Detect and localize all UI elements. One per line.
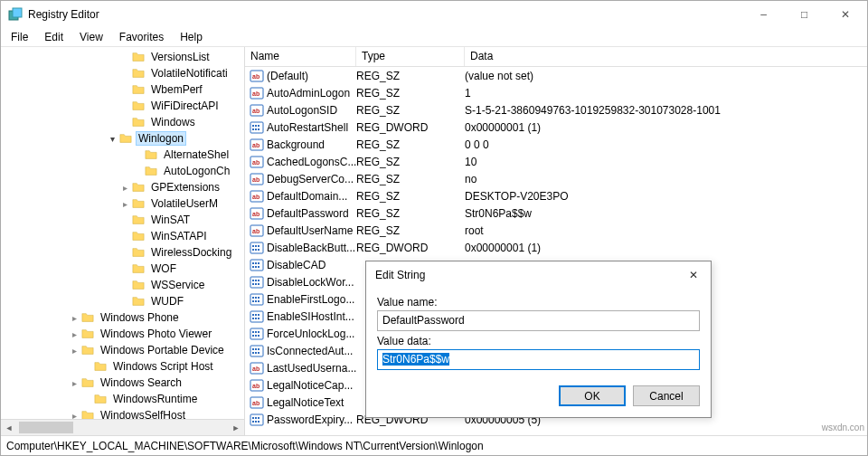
value-type: REG_SZ [356, 173, 465, 185]
twisty-icon[interactable]: ▾ [106, 134, 118, 144]
tree-item[interactable]: VolatileNotificati [1, 65, 244, 81]
twisty-icon[interactable]: ▸ [68, 329, 80, 339]
folder-icon [131, 262, 146, 275]
tree-item[interactable]: AutoLogonCh [1, 163, 244, 179]
cancel-button[interactable]: Cancel [633, 385, 700, 406]
minimize-button[interactable]: – [743, 2, 784, 28]
value-row[interactable]: AutoLogonSIDREG_SZS-1-5-21-3860949763-10… [245, 101, 867, 119]
column-data[interactable]: Data [465, 47, 867, 66]
menubar: File Edit View Favorites Help [1, 28, 867, 47]
column-type[interactable]: Type [356, 47, 465, 66]
folder-icon [80, 409, 95, 419]
dword-value-icon [249, 292, 265, 307]
tree-item[interactable]: ▸VolatileUserM [1, 195, 244, 212]
value-name: DefaultDomain... [267, 190, 356, 203]
tree-item[interactable]: WbemPerf [1, 81, 244, 98]
value-row[interactable]: CachedLogonsC...REG_SZ10 [245, 153, 867, 170]
dialog-close-button[interactable]: ✕ [680, 262, 707, 288]
twisty-icon[interactable]: ▸ [118, 183, 131, 193]
tree-item-label: Windows Portable Device [98, 343, 227, 357]
value-name: DisableLockWor... [267, 276, 356, 289]
folder-icon [131, 67, 146, 80]
tree-item[interactable]: ▸Windows Search [1, 375, 244, 391]
folder-icon [131, 214, 146, 226]
tree-item[interactable]: ▸WindowsSelfHost [1, 407, 244, 419]
twisty-icon[interactable]: ▸ [68, 346, 80, 356]
close-button[interactable]: ✕ [825, 2, 865, 28]
value-row[interactable]: (Default)REG_SZ(value not set) [245, 67, 867, 84]
value-row[interactable]: DebugServerCo...REG_SZno [245, 170, 867, 187]
value-name: LegalNoticeText [267, 396, 356, 409]
column-name[interactable]: Name [245, 47, 356, 66]
value-row[interactable]: BackgroundREG_SZ0 0 0 [245, 136, 867, 153]
menu-view[interactable]: View [71, 29, 111, 45]
value-data: 1 [465, 87, 867, 100]
value-data: Str0N6Pa$$w [465, 207, 867, 220]
scroll-left-button[interactable]: ◄ [1, 420, 17, 435]
twisty-icon[interactable]: ▸ [68, 378, 80, 388]
maximize-button[interactable]: □ [784, 2, 825, 28]
dword-value-icon [249, 258, 265, 272]
tree-item[interactable]: WSService [1, 277, 244, 293]
tree-scrollbar-horizontal[interactable]: ◄ ► [1, 419, 244, 435]
dword-value-icon [249, 413, 265, 427]
value-row[interactable]: DisableBackButt...REG_DWORD0x00000001 (1… [245, 239, 867, 256]
value-type: REG_SZ [356, 87, 465, 100]
tree-item[interactable]: WOF [1, 261, 244, 277]
twisty-icon[interactable]: ▸ [68, 411, 80, 420]
value-type: REG_SZ [356, 70, 465, 82]
tree-item[interactable]: VersionsList [1, 49, 244, 65]
value-row[interactable]: AutoRestartShellREG_DWORD0x00000001 (1) [245, 119, 867, 136]
twisty-icon[interactable]: ▸ [68, 313, 80, 323]
column-headers[interactable]: Name Type Data [245, 47, 867, 67]
window-title: Registry Editor [28, 8, 743, 21]
tree-item[interactable]: WinSATAPI [1, 228, 244, 244]
value-row[interactable]: DefaultPasswordREG_SZStr0N6Pa$$w [245, 204, 867, 222]
tree-item-label: VersionsList [148, 50, 212, 64]
folder-icon [131, 51, 146, 63]
tree-item[interactable]: Windows [1, 114, 244, 130]
tree-item[interactable]: AlternateShel [1, 147, 244, 163]
tree-item[interactable]: ▸Windows Phone [1, 309, 244, 326]
tree-item[interactable]: ▸Windows Portable Device [1, 342, 244, 358]
tree-item[interactable]: ▸Windows Photo Viewer [1, 326, 244, 342]
tree-item[interactable]: WindowsRuntime [1, 391, 244, 407]
string-value-icon [249, 69, 265, 83]
tree-item-label: WOF [148, 261, 179, 276]
tree-item[interactable]: WiFiDirectAPI [1, 98, 244, 114]
value-row[interactable]: AutoAdminLogonREG_SZ1 [245, 84, 867, 101]
tree-item[interactable]: WinSAT [1, 212, 244, 228]
tree-item[interactable]: Windows Script Host [1, 358, 244, 375]
menu-file[interactable]: File [3, 29, 36, 45]
value-name: DefaultUserName [267, 224, 356, 237]
tree-pane[interactable]: VersionsListVolatileNotificatiWbemPerfWi… [1, 47, 245, 435]
value-name: EnableSIHostInt... [267, 310, 356, 323]
value-data-field[interactable]: Str0N6Pa$$w [377, 349, 700, 370]
ok-button[interactable]: OK [559, 385, 626, 406]
tree-item-label: WiFiDirectAPI [148, 99, 222, 113]
value-row[interactable]: DefaultUserNameREG_SZroot [245, 222, 867, 239]
tree-item[interactable]: ▸GPExtensions [1, 179, 244, 195]
value-data: DESKTOP-V20E3PO [465, 190, 867, 203]
tree-item[interactable]: WUDF [1, 293, 244, 309]
titlebar[interactable]: Registry Editor – □ ✕ [1, 1, 867, 28]
folder-icon [93, 360, 108, 373]
scroll-right-button[interactable]: ► [228, 420, 244, 435]
dword-value-icon [249, 344, 265, 358]
folder-icon [80, 311, 95, 324]
tree-item[interactable]: ▾Winlogon [1, 130, 244, 147]
folder-icon [144, 165, 158, 177]
value-row[interactable]: DefaultDomain...REG_SZDESKTOP-V20E3PO [245, 187, 867, 204]
tree-item[interactable]: WirelessDocking [1, 244, 244, 261]
folder-icon [80, 376, 95, 389]
value-name: CachedLogonsC... [267, 156, 356, 168]
dialog-titlebar[interactable]: Edit String ✕ [366, 261, 711, 289]
menu-edit[interactable]: Edit [36, 29, 71, 45]
value-data: root [465, 224, 867, 237]
value-name-field[interactable]: DefaultPassword [377, 310, 700, 331]
twisty-icon[interactable]: ▸ [118, 199, 131, 209]
folder-icon [131, 279, 146, 291]
menu-favorites[interactable]: Favorites [111, 29, 172, 45]
menu-help[interactable]: Help [172, 29, 211, 45]
dialog-title: Edit String [375, 269, 680, 281]
